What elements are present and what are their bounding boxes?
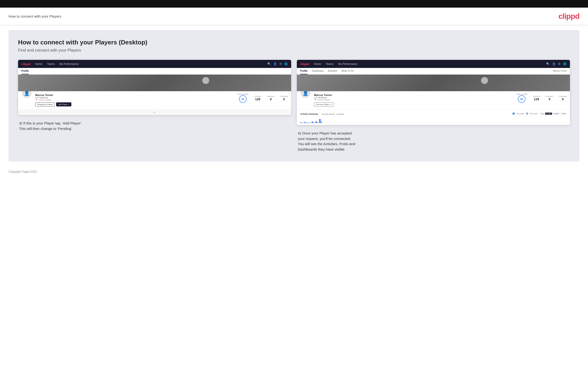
globe-icon[interactable]: 🌐 bbox=[284, 62, 288, 66]
tab-profile[interactable]: Profile bbox=[21, 68, 29, 74]
caption-right: 4) Once your Player has accepted your re… bbox=[297, 131, 570, 152]
time-btn-1yr[interactable]: 1 yr bbox=[540, 113, 545, 115]
time-btn-6mths[interactable]: 6 mths bbox=[545, 113, 552, 115]
activities2-label: Activities bbox=[533, 95, 540, 97]
activities-value: 129 bbox=[255, 97, 260, 101]
activity-header: Activity Summary Monthly Activity · 6 Mo… bbox=[300, 111, 567, 116]
screen2: clippd Home Teams My Performance 🔍 👤 ⚙ 🌐… bbox=[297, 60, 570, 125]
bar-group bbox=[308, 123, 311, 123]
screen1-nav-performance[interactable]: My Performance bbox=[60, 62, 79, 65]
tab2-dashboard[interactable]: Dashboard bbox=[312, 68, 323, 74]
screen1-location: 📍 United Kingdom bbox=[35, 99, 234, 101]
bar-oncourse bbox=[319, 119, 321, 123]
following2-value: 0 bbox=[562, 97, 564, 101]
screen1-nav: clippd Home Teams My Performance 🔍 👤 ⚙ 🌐 bbox=[18, 60, 291, 68]
tab2-what-to-on[interactable]: What To On bbox=[342, 68, 354, 74]
quality-circle: 92 bbox=[239, 95, 247, 103]
screen2-stat-following: Following 0 bbox=[559, 95, 567, 101]
caption-left: 3) If this is your Player tap, 'Add Play… bbox=[18, 121, 291, 131]
screen1-stat-quality: Player Quality 92 bbox=[237, 93, 249, 103]
time-btn-3mths[interactable]: 3 mths bbox=[553, 113, 560, 115]
screen2-profile-info: Marcus Turner 1-5 Handicap 📍 United King… bbox=[314, 93, 513, 106]
screen2-nav-home[interactable]: Home bbox=[314, 62, 321, 65]
screen1-player-name: Marcus Turner bbox=[35, 94, 234, 96]
bar-group bbox=[311, 122, 315, 123]
bar-offcourse bbox=[321, 122, 322, 123]
bar-oncourse bbox=[308, 123, 309, 123]
bar-offcourse bbox=[317, 122, 319, 123]
request-follow-button[interactable]: Request to Follow bbox=[35, 102, 55, 106]
screen1-stat-followers: Followers 0 bbox=[267, 95, 275, 101]
screen1-nav-home[interactable]: Home bbox=[35, 62, 42, 65]
clippd-logo: clippd bbox=[559, 12, 579, 21]
search-icon2[interactable]: 🔍 bbox=[546, 62, 550, 66]
screen2-nav-teams[interactable]: Teams bbox=[326, 62, 334, 65]
left-col: clippd Home Teams My Performance 🔍 👤 ⚙ 🌐… bbox=[18, 60, 291, 152]
screen2-player-name: Marcus Turner bbox=[314, 94, 513, 96]
screen1-profile-info: Marcus Turner 1-5 Handicap 📍 United King… bbox=[35, 93, 234, 106]
screen2-stat-quality: Player Quality 92 bbox=[516, 93, 527, 103]
tab2-activities[interactable]: Activities bbox=[328, 68, 337, 74]
bar-oncourse bbox=[311, 122, 313, 123]
bar-offcourse bbox=[313, 122, 315, 123]
bar-group bbox=[315, 121, 319, 123]
screen2-nav-performance[interactable]: My Performance bbox=[338, 62, 357, 65]
quality-label: Player Quality bbox=[237, 93, 249, 95]
following-label: Following bbox=[280, 95, 288, 97]
screen1: clippd Home Teams My Performance 🔍 👤 ⚙ 🌐… bbox=[18, 60, 291, 115]
right-col: clippd Home Teams My Performance 🔍 👤 ⚙ 🌐… bbox=[297, 60, 570, 152]
screen2-profile-top: 👤 Marcus Turner 1-5 Handicap 📍 United Ki… bbox=[300, 93, 567, 106]
screen1-handicap: 1-5 Handicap bbox=[35, 96, 234, 99]
bar-offcourse bbox=[310, 123, 311, 123]
screen2-location: 📍 United Kingdom bbox=[314, 99, 513, 101]
banner2-overlay bbox=[297, 75, 570, 91]
banner2-circle bbox=[481, 77, 488, 84]
search-icon[interactable]: 🔍 bbox=[267, 62, 271, 66]
screen1-stat-activities: Activities 129 bbox=[254, 95, 261, 101]
time-btn-1mth[interactable]: 1 mth bbox=[560, 113, 567, 115]
screenshots-row: clippd Home Teams My Performance 🔍 👤 ⚙ 🌐… bbox=[18, 60, 570, 152]
screen1-profile-top: 👤 Marcus Turner 1-5 Handicap 📍 United Ki… bbox=[21, 93, 288, 106]
user-icon2[interactable]: 👤 bbox=[552, 62, 556, 66]
caption-left-text: 3) If this is your Player tap, 'Add Play… bbox=[19, 121, 82, 131]
bar-offcourse bbox=[302, 123, 303, 123]
screen1-banner bbox=[18, 75, 291, 91]
content-title: How to connect with your Players (Deskto… bbox=[18, 39, 570, 46]
copyright: Copyright Clippd 2022 bbox=[9, 170, 37, 173]
pencil-icon: ✏ bbox=[153, 111, 156, 114]
following2-label: Following bbox=[559, 95, 567, 97]
activity-header-left: Activity Summary Monthly Activity · 6 Mo… bbox=[300, 111, 344, 116]
settings-icon[interactable]: ⚙ bbox=[279, 62, 282, 66]
screen2-banner bbox=[297, 75, 570, 91]
bar-group bbox=[319, 119, 322, 123]
screen2-stat-activities: Activities 129 bbox=[533, 95, 540, 101]
tab2-profile[interactable]: Profile bbox=[300, 68, 308, 74]
activity-bars bbox=[300, 117, 567, 123]
settings-icon2[interactable]: ⚙ bbox=[558, 62, 561, 66]
user-icon[interactable]: 👤 bbox=[273, 62, 277, 66]
quality2-circle: 92 bbox=[518, 95, 526, 103]
oncourse-label: On course bbox=[516, 113, 524, 115]
screen1-logo: clippd bbox=[21, 62, 30, 66]
activities2-value: 129 bbox=[534, 97, 539, 101]
activity-header-right: On course Off course 1 yr 6 mths 3 mths … bbox=[513, 113, 567, 115]
activity-legend: On course Off course bbox=[513, 113, 537, 115]
following-value: 0 bbox=[283, 97, 285, 101]
caption-right-text: 4) Once your Player has accepted your re… bbox=[298, 131, 355, 151]
add-player-button[interactable]: Add Player + bbox=[56, 102, 71, 106]
page-header-title: How to connect with your Players bbox=[9, 14, 61, 18]
screen2-stats: Player Quality 92 Activities 129 Followe… bbox=[516, 93, 567, 103]
offcourse-dot bbox=[526, 113, 528, 115]
screen2-profile: 👤 Marcus Turner 1-5 Handicap 📍 United Ki… bbox=[297, 91, 570, 109]
content-area: How to connect with your Players (Deskto… bbox=[9, 30, 579, 161]
quality2-label: Player Quality bbox=[516, 93, 527, 95]
page-header: How to connect with your Players clippd bbox=[0, 8, 588, 25]
bar-group bbox=[304, 122, 307, 123]
tab2-dropdown[interactable]: Marcus Turner bbox=[553, 68, 567, 74]
screen1-nav-teams[interactable]: Teams bbox=[47, 62, 55, 65]
globe-icon2[interactable]: 🌐 bbox=[563, 62, 567, 66]
remove-player-button[interactable]: Remove Player ✕ bbox=[314, 102, 334, 106]
bar-oncourse bbox=[300, 122, 302, 123]
followers2-value: 0 bbox=[549, 97, 550, 101]
offcourse-label: Off course bbox=[530, 113, 537, 115]
